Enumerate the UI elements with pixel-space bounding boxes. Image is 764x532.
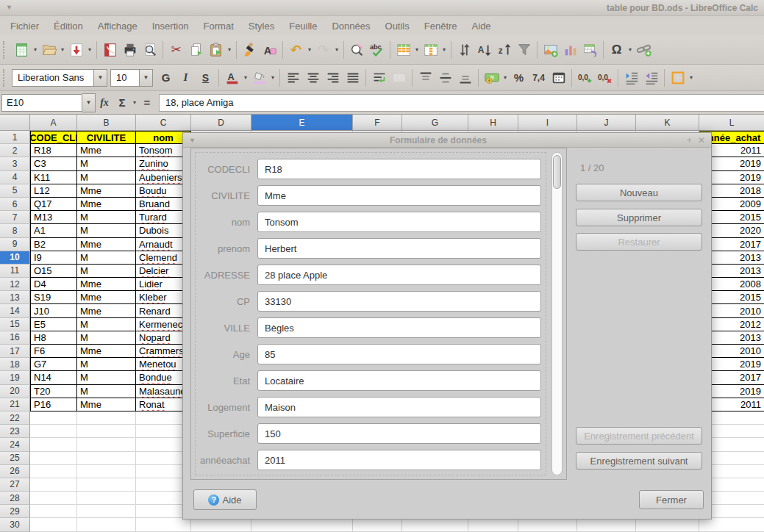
sort-button[interactable] (454, 40, 474, 60)
indent-decrease-button[interactable] (641, 68, 661, 88)
column-header-C[interactable]: C (136, 115, 191, 131)
title-bar[interactable]: ▼ table pour BD.ods - LibreOffice Calc (0, 0, 764, 16)
equals-icon[interactable]: = (138, 94, 156, 112)
date-button[interactable] (549, 68, 568, 88)
font-size-combo[interactable]: 10 ▼ (110, 69, 153, 87)
cell-H30[interactable] (468, 518, 518, 531)
number-format-button[interactable]: 7,4 (529, 68, 549, 88)
find-replace-button[interactable] (347, 40, 367, 60)
open-button[interactable] (39, 40, 59, 60)
column-header-A[interactable]: A (30, 115, 77, 131)
cell-K30[interactable] (636, 518, 699, 531)
cell-B14[interactable]: Mme (77, 304, 136, 317)
name-box-dropdown[interactable]: ▼ (82, 93, 96, 112)
field-input-Etat[interactable]: Locataire (257, 370, 541, 391)
sum-dropdown[interactable]: ▾ (131, 99, 138, 106)
cell-B2[interactable]: Mme (77, 144, 136, 157)
column-header-K[interactable]: K (636, 115, 699, 131)
cell-E30[interactable] (251, 518, 353, 531)
font-color-dropdown[interactable]: ▾ (242, 74, 249, 81)
merge-cells-button[interactable] (389, 68, 409, 88)
align-center-button[interactable] (303, 68, 323, 88)
cell-A11[interactable]: O15 (30, 265, 77, 278)
font-name-value[interactable]: Liberation Sans (12, 69, 94, 87)
new-record-button[interactable]: Nouveau (576, 184, 702, 201)
field-input-CODECLI[interactable]: R18 (257, 159, 541, 179)
row-header-19[interactable]: 19 (0, 371, 30, 384)
cell-A4[interactable]: K11 (30, 171, 77, 184)
field-input-VILLE[interactable]: Bègles (257, 317, 541, 338)
columns-dropdown[interactable]: ▾ (440, 46, 448, 53)
save-button[interactable] (66, 40, 86, 60)
cell-D30[interactable] (191, 518, 251, 531)
field-input-Age[interactable]: 85 (257, 344, 541, 364)
font-size-value[interactable]: 10 (110, 69, 140, 87)
menu-fichier[interactable]: Fichier (3, 18, 46, 35)
row-header-30[interactable]: 30 (0, 518, 30, 531)
new-spreadsheet-dropdown[interactable]: ▾ (32, 46, 39, 53)
row-header-22[interactable]: 22 (0, 411, 30, 425)
cell-G30[interactable] (402, 518, 468, 531)
redo-dropdown[interactable]: ▾ (333, 46, 340, 53)
redo-button[interactable]: ↷ (313, 40, 333, 60)
autofilter-button[interactable] (514, 40, 534, 60)
cell-A9[interactable]: B2 (30, 238, 77, 251)
cell-L30[interactable] (699, 518, 764, 531)
column-header-L[interactable]: L (699, 115, 764, 131)
column-header-I[interactable]: I (518, 115, 577, 131)
row-header-10[interactable]: 10 (0, 251, 30, 265)
row-header-26[interactable]: 26 (0, 465, 30, 478)
row-header-6[interactable]: 6 (0, 198, 30, 211)
cell-B21[interactable]: Mme (77, 398, 136, 411)
cell-A19[interactable]: N14 (30, 371, 77, 384)
window-menu-icon[interactable]: ▼ (6, 4, 13, 11)
cell-B28[interactable] (77, 492, 136, 505)
font-name-combo[interactable]: Liberation Sans ▼ (12, 69, 107, 87)
sort-ascending-button[interactable]: A (474, 40, 494, 60)
open-dropdown[interactable]: ▾ (59, 46, 66, 53)
cell-A30[interactable] (30, 518, 77, 531)
field-input-prenom[interactable]: Herbert (257, 238, 541, 259)
cell-A6[interactable]: Q17 (30, 198, 77, 211)
cell-B27[interactable] (77, 478, 136, 492)
cell-C30[interactable] (136, 518, 191, 531)
cell-B10[interactable]: M (77, 251, 136, 265)
row-header-1[interactable]: 1 (0, 131, 30, 144)
cell-B18[interactable]: M (77, 358, 136, 371)
sum-icon[interactable]: Σ (113, 94, 131, 112)
cell-A17[interactable]: F6 (30, 345, 77, 358)
cell-B7[interactable]: M (77, 211, 136, 224)
cell-B25[interactable] (77, 452, 136, 465)
insert-hyperlink-button[interactable] (634, 40, 654, 60)
dialog-title-bar[interactable]: ▼ Formulaire de données + ✕ (183, 133, 711, 148)
indent-increase-button[interactable] (621, 68, 641, 88)
column-header-J[interactable]: J (577, 115, 636, 131)
font-color-button[interactable]: A (222, 68, 242, 88)
menu-styles[interactable]: Styles (241, 18, 282, 35)
export-pdf-button[interactable] (100, 40, 120, 60)
cell-A12[interactable]: D4 (30, 278, 77, 291)
cell-A15[interactable]: E5 (30, 318, 77, 331)
row-header-9[interactable]: 9 (0, 238, 30, 251)
cell-A20[interactable]: T20 (30, 385, 77, 398)
help-button[interactable]: ? Aide (193, 489, 257, 510)
cell-J30[interactable] (577, 518, 636, 531)
undo-button[interactable]: ↶ (286, 40, 306, 60)
rows-button[interactable] (393, 40, 413, 60)
dialog-maximize-icon[interactable]: + (687, 136, 692, 145)
row-header-8[interactable]: 8 (0, 224, 30, 237)
spelling-button[interactable]: abc (367, 40, 387, 60)
align-bottom-button[interactable] (455, 68, 475, 88)
cell-B9[interactable]: Mme (77, 238, 136, 251)
row-header-4[interactable]: 4 (0, 171, 30, 184)
cell-B17[interactable]: Mme (77, 345, 136, 358)
cell-B5[interactable]: Mme (77, 184, 136, 198)
menu-insertion[interactable]: Insertion (145, 18, 196, 35)
cell-B24[interactable] (77, 438, 136, 451)
field-input-CP[interactable]: 33130 (257, 291, 541, 312)
menu-dition[interactable]: Édition (46, 18, 90, 35)
wrap-text-button[interactable] (369, 68, 389, 88)
next-record-button[interactable]: Enregistrement suivant (576, 452, 702, 470)
field-input-annéeachat[interactable]: 2011 (257, 450, 541, 470)
cell-I30[interactable] (518, 518, 577, 531)
